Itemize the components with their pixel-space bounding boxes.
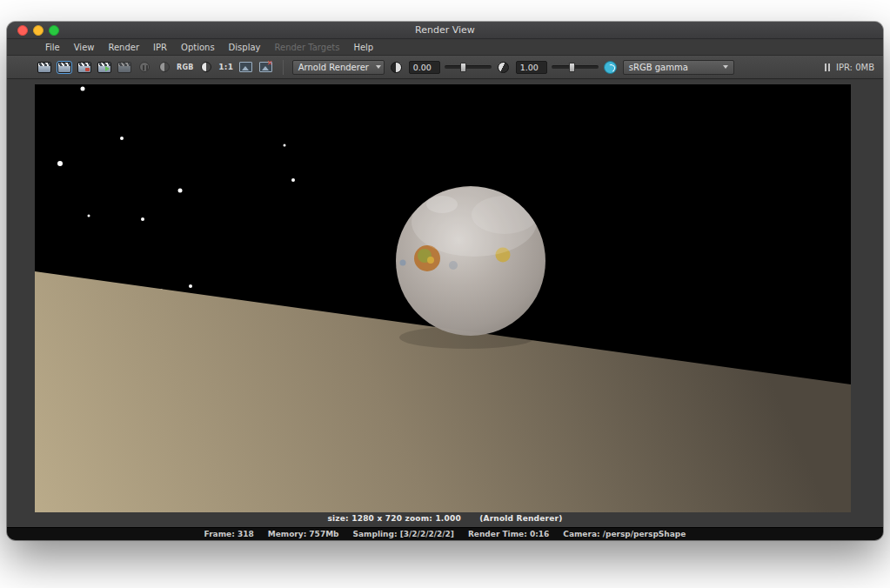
colorspace-dropdown[interactable]: sRGB gamma bbox=[623, 60, 734, 75]
gamma-icon bbox=[498, 62, 509, 73]
status-render-time: Render Time: 0:16 bbox=[468, 530, 549, 538]
chevron-down-icon bbox=[376, 65, 381, 69]
toolbar: RGB 1:1 Arnold Renderer 0.00 1.00 sRGB g… bbox=[7, 56, 883, 79]
exposure-slider-track bbox=[445, 65, 492, 69]
exposure-toggle-button[interactable] bbox=[389, 58, 405, 76]
redo-render-button[interactable] bbox=[57, 58, 72, 76]
maximize-button[interactable] bbox=[49, 25, 59, 36]
redo-render-icon bbox=[57, 62, 71, 73]
keep-image-icon bbox=[239, 62, 252, 72]
pause-ipr-icon bbox=[139, 62, 150, 72]
gamma-input[interactable]: 1.00 bbox=[516, 61, 547, 74]
gamma-slider-handle[interactable] bbox=[569, 63, 575, 72]
ipr-render-icon bbox=[77, 62, 91, 73]
pause-ipr-button[interactable] bbox=[137, 58, 152, 76]
alpha-channel-button[interactable] bbox=[198, 58, 214, 76]
ipr-memory-label: IPR: 0MB bbox=[836, 63, 874, 72]
render-button[interactable] bbox=[37, 58, 52, 76]
snapshot-icon bbox=[117, 62, 131, 73]
menu-render[interactable]: Render bbox=[101, 43, 146, 52]
exposure-input[interactable]: 0.00 bbox=[409, 61, 440, 74]
menu-ipr[interactable]: IPR bbox=[146, 43, 174, 52]
render-icon bbox=[37, 62, 51, 73]
menu-help[interactable]: Help bbox=[346, 43, 380, 52]
keep-image-button[interactable] bbox=[238, 58, 254, 76]
toolbar-separator bbox=[283, 60, 284, 75]
render-size-label: size: 1280 x 720 zoom: 1.000 bbox=[328, 514, 461, 523]
titlebar[interactable]: Render View bbox=[7, 22, 883, 39]
one-to-one-button[interactable]: 1:1 bbox=[218, 58, 234, 76]
ipr-render-button[interactable] bbox=[77, 58, 92, 76]
render-scene bbox=[35, 84, 851, 512]
menu-display[interactable]: Display bbox=[222, 43, 268, 52]
remove-image-icon bbox=[259, 62, 272, 72]
alpha-channel-icon bbox=[201, 62, 211, 72]
render-caption: size: 1280 x 720 zoom: 1.000 (Arnold Ren… bbox=[7, 514, 883, 523]
colorspace-dropdown-value: sRGB gamma bbox=[629, 63, 688, 72]
color-management-icon bbox=[604, 61, 617, 74]
status-sampling: Sampling: [3/2/2/2/2/2] bbox=[353, 530, 454, 538]
menu-file[interactable]: File bbox=[38, 43, 67, 52]
window-title: Render View bbox=[7, 24, 883, 36]
menu-bar: File View Render IPR Options Display Ren… bbox=[7, 39, 883, 56]
exposure-icon bbox=[391, 62, 402, 73]
redo-ipr-render-icon bbox=[97, 62, 111, 73]
pause-bars-icon[interactable] bbox=[825, 63, 830, 71]
one-to-one-icon: 1:1 bbox=[218, 63, 233, 71]
status-frame: Frame: 318 bbox=[204, 530, 254, 538]
remove-image-button[interactable] bbox=[258, 58, 274, 76]
renderer-dropdown[interactable]: Arnold Renderer bbox=[292, 60, 385, 75]
minimize-button[interactable] bbox=[33, 25, 43, 36]
status-memory: Memory: 757Mb bbox=[268, 530, 339, 538]
color-management-button[interactable] bbox=[603, 58, 619, 76]
menu-options[interactable]: Options bbox=[174, 43, 222, 52]
render-view-window: Render View File View Render IPR Options… bbox=[7, 22, 883, 540]
redo-ipr-render-button[interactable] bbox=[97, 58, 112, 76]
render-renderer-label: (Arnold Renderer) bbox=[479, 514, 562, 523]
gamma-slider[interactable] bbox=[552, 61, 599, 74]
render-panel: size: 1280 x 720 zoom: 1.000 (Arnold Ren… bbox=[7, 79, 883, 527]
status-camera: Camera: /persp/perspShape bbox=[563, 530, 686, 538]
menu-render-targets: Render Targets bbox=[267, 43, 346, 52]
status-bar: Frame: 318 Memory: 757Mb Sampling: [3/2/… bbox=[7, 527, 883, 540]
chevron-down-icon bbox=[723, 65, 728, 69]
rgb-channels-button[interactable]: RGB bbox=[177, 58, 194, 76]
rendered-image[interactable] bbox=[35, 84, 851, 512]
snapshot-button[interactable] bbox=[117, 58, 132, 76]
gamma-toggle-button[interactable] bbox=[496, 58, 512, 76]
exposure-slider-handle[interactable] bbox=[460, 63, 466, 72]
refresh-ipr-button[interactable] bbox=[157, 58, 172, 76]
rgb-channels-icon: RGB bbox=[177, 63, 194, 71]
traffic-lights bbox=[17, 25, 59, 36]
ipr-status-group: IPR: 0MB bbox=[825, 56, 874, 78]
exposure-slider[interactable] bbox=[445, 61, 492, 74]
refresh-ipr-icon bbox=[159, 62, 170, 72]
menu-view[interactable]: View bbox=[67, 43, 102, 52]
renderer-dropdown-value: Arnold Renderer bbox=[298, 63, 369, 72]
close-button[interactable] bbox=[17, 25, 28, 36]
